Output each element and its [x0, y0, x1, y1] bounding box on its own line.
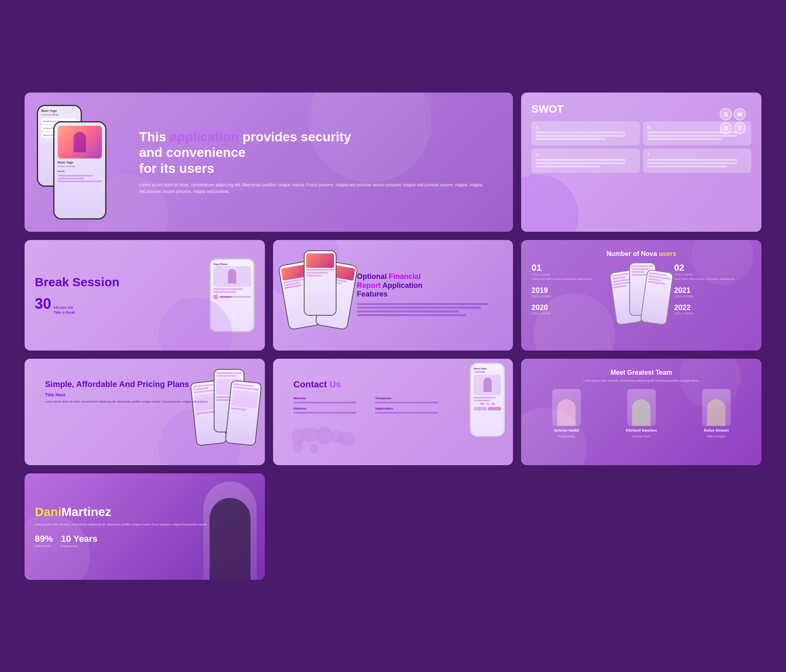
nova-p2-line-2 [631, 268, 649, 270]
phone-sub-text: 10 Days Challenge [41, 113, 77, 116]
contact-application-line [375, 412, 438, 414]
swot-lines-o [535, 159, 635, 167]
swot-letters-grid: S W O T [720, 108, 746, 134]
contact-website-label: Website [294, 396, 372, 400]
nova-year-2022-sub: 2500 lorem [674, 312, 751, 315]
break-number: 30 [35, 295, 51, 312]
nova-p3-line-4 [648, 281, 666, 285]
person-photo-area [203, 473, 257, 580]
phone-large: Basic Yoga 10 Days Challenge Benefit [53, 121, 106, 219]
nova-title-highlight: users [659, 250, 676, 257]
pricing-text-area: Simple, Affordable And Pricing Plans Tit… [35, 369, 255, 414]
nova-year-2022-num: 2022 [674, 303, 751, 312]
nova-p2-line-3 [631, 271, 645, 273]
fin-text-area: Optional FinancialReport ApplicationFeat… [349, 272, 503, 318]
phone-header-text: Basic Yoga [41, 109, 77, 112]
nova-stat-01: 01 Title Here Lorem ipsum dolor sit amet… [531, 262, 608, 281]
fin-line-e [306, 272, 328, 274]
phone-line-2 [58, 178, 84, 179]
heading-plain: This [139, 129, 170, 144]
nova-stat-01-label: Title Here [531, 273, 608, 276]
fin-phones-area [283, 250, 349, 340]
swot-t: T [734, 122, 746, 134]
phone-yoga-image [58, 126, 102, 158]
phone-large-title: Basic Yoga [58, 161, 102, 164]
contact-address: Address [294, 407, 372, 414]
contact-website-line [294, 402, 356, 403]
slide-1-body: Lorem ipsum dolor sit amet, consectetuer… [139, 182, 488, 195]
swot-s: S [720, 108, 732, 120]
slide-1-hero: Basic Yoga 10 Days Challenge Straighten … [25, 93, 513, 232]
contact-title-plain: Contact [294, 379, 327, 389]
fin-desc-line-3 [357, 310, 459, 312]
contact-telephone-label: Telephone [375, 396, 454, 400]
fin-desc-line-4 [357, 314, 467, 316]
swot-label-s: S [535, 125, 635, 130]
play-btn [213, 294, 218, 299]
swot-deco [521, 174, 578, 232]
swot-illustration: S W O T [712, 101, 753, 142]
fin-title: Optional FinancialReport ApplicationFeat… [357, 272, 503, 299]
fin-line-d [306, 269, 334, 271]
fin-text-lines [357, 303, 503, 316]
contact-address-label: Address [294, 407, 372, 410]
contact-telephone: Telephone [375, 396, 454, 403]
person-silhouette [203, 482, 257, 580]
swot-lines-t [647, 159, 747, 167]
fin-img-2 [306, 253, 334, 268]
nova-year-2021-sub: 1500 lorem [674, 295, 751, 298]
pricing-body: Lorem ipsum dolor sit amet, consectetuer… [45, 400, 244, 404]
team-name-2: Klicherd Sanches [626, 428, 657, 432]
contact-telephone-line [375, 402, 438, 403]
team-avatar-2 [627, 389, 656, 426]
swot-lines-s [535, 131, 635, 140]
break-phone-img [213, 266, 251, 287]
phone-large-screen: Basic Yoga 10 Days Challenge Benefit [54, 122, 105, 218]
phone-large-label: Benefit [58, 170, 102, 172]
contact-application: Application [375, 407, 454, 414]
svg-point-6 [310, 443, 318, 454]
break-description: Minutes We Take a Break [54, 305, 75, 315]
pricing-subtitle: Title Here [45, 392, 244, 397]
contact-application-label: Application [375, 407, 454, 410]
heading-highlight: application [170, 129, 239, 144]
svg-point-5 [292, 441, 303, 453]
slide-8-team: Meet Greatest Team Lorem ipsum dolor sit… [521, 359, 761, 465]
person-figure [210, 498, 251, 580]
nova-phones-area [613, 262, 670, 336]
nova-title: Number of Nova users [606, 250, 676, 258]
fin-title-plain: Optional [357, 272, 389, 281]
break-phone-header: Yoga Pilates [213, 263, 251, 265]
swot-cell-t: T [643, 149, 751, 173]
nova-title-plain: Number of Nova [606, 250, 659, 257]
slide-2-swot: SWOT S W O T S W [521, 93, 761, 232]
yoga-fig-small [228, 269, 236, 283]
slide-6-pricing: Simple, Affordable And Pricing Plans Tit… [25, 359, 265, 465]
team-name-3: Rufus Stewart [704, 428, 729, 432]
nova-year-2021-num: 2021 [674, 286, 751, 295]
break-pline-1 [213, 288, 244, 290]
swot-cell-s: S [531, 121, 639, 145]
world-map-svg [277, 420, 359, 461]
nova-stat-01-text: Lorem ipsum dolor sit amet, consectetuer… [531, 277, 608, 281]
fin-screen-2 [305, 251, 336, 315]
phone-line-1 [58, 175, 93, 176]
progress-fill [219, 296, 232, 298]
slide-7-contact: Contact Us Website Telephone Address App… [273, 359, 513, 465]
contact-address-line [294, 412, 356, 414]
slide-9-person: DaniMartinez Lorem ipsum dolor sit amet,… [25, 473, 265, 580]
progress-bar [219, 296, 251, 298]
nova-year-2022: 2022 2500 lorem [674, 303, 751, 315]
contact-text-area: Contact Us Website Telephone Address App… [283, 369, 503, 424]
fin-line-f [306, 275, 323, 276]
break-pline-2 [213, 291, 236, 293]
team-role-2: Android Team [632, 435, 650, 438]
figure-2 [632, 399, 650, 426]
contact-title: Contact Us [294, 379, 454, 390]
nova-p1-line-1 [612, 273, 630, 277]
team-role-3: Web Designer [707, 435, 725, 438]
avatar-2-img [627, 389, 656, 426]
swot-o: O [720, 122, 732, 134]
fin-phone-2 [304, 250, 337, 316]
nova-year-2021: 2021 1500 lorem [674, 286, 751, 298]
